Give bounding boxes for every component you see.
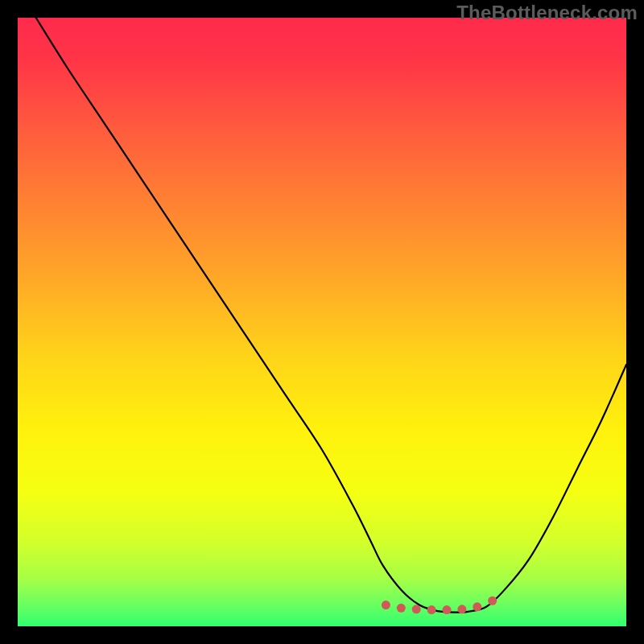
plot-area (18, 18, 626, 626)
valley-marker (457, 605, 466, 613)
valley-marker (488, 597, 497, 605)
valley-marker (412, 605, 421, 613)
gradient-background (18, 18, 626, 626)
chart-frame: TheBottleneck.com (0, 0, 644, 644)
valley-marker (382, 601, 390, 609)
watermark-text: TheBottleneck.com (456, 2, 638, 24)
valley-marker (442, 605, 451, 614)
plot-svg (18, 18, 626, 626)
valley-marker (397, 604, 406, 613)
valley-marker (473, 602, 481, 611)
valley-marker (427, 605, 436, 614)
